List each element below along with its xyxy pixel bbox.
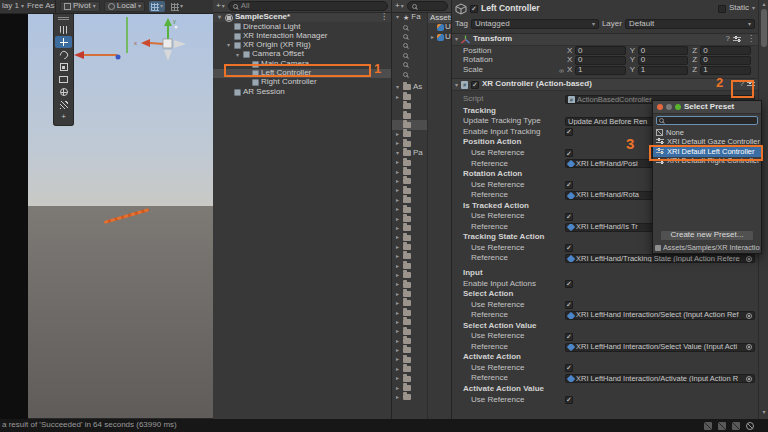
package-folder-item[interactable]: ▸ [392,261,427,270]
property-checkbox[interactable]: ✓ [565,213,573,221]
expand-arrow-icon[interactable]: ▸ [394,159,401,166]
reference-field[interactable]: XRI LeftHand Interaction/Select (Input A… [565,311,755,320]
aspect-selector[interactable]: Free As [27,2,55,11]
reference-field[interactable]: XRI LeftHand/Tracking State (Input Actio… [565,254,755,263]
expand-arrow-icon[interactable]: ▸ [394,206,401,213]
gameobject-name-field[interactable]: Left Controller [481,4,715,13]
rotate-tool-button[interactable] [55,49,72,61]
expand-arrow-icon[interactable]: ▸ [394,375,401,382]
package-folder-item[interactable]: ▸ [392,355,427,364]
position-z-field[interactable]: 0 [700,46,751,55]
asset-folder-item[interactable]: ▸ [392,92,427,101]
scale-y-field[interactable]: 1 [638,66,689,75]
package-folder-item[interactable]: ▸ [392,252,427,261]
console-error-icon[interactable] [732,422,740,430]
expand-arrow-icon[interactable]: ▸ [394,310,401,317]
rotation-y-field[interactable]: 0 [638,56,689,65]
move-tool-button[interactable] [55,36,72,48]
scene-view[interactable]: y x + [28,14,213,418]
console-warning-icon[interactable] [718,422,726,430]
hierarchy-item-samplescene[interactable]: ▾SampleScene*⋮ [213,13,391,22]
preset-icon[interactable] [747,81,755,89]
package-folder-item[interactable]: ▸ [392,336,427,345]
position-y-field[interactable]: 0 [638,46,689,55]
custom-tool-button[interactable] [55,99,72,111]
display-selector[interactable]: lay 1▾ [2,2,24,11]
scene-options-icon[interactable]: ⋮ [380,13,388,22]
expand-arrow-icon[interactable]: ▸ [394,272,401,279]
package-folder-item[interactable]: ▸ [392,214,427,223]
expand-arrow-icon[interactable]: ▸ [394,178,401,185]
property-checkbox[interactable]: ✓ [565,128,573,136]
package-folder-item[interactable]: ▸ [392,346,427,355]
expand-arrow-icon[interactable]: ▸ [394,291,401,298]
active-checkbox[interactable]: ✓ [470,5,478,13]
add-tool-button[interactable]: + [55,111,72,123]
expand-arrow-icon[interactable]: ▸ [394,187,401,194]
preset-item-xri-default-gaze-controller[interactable]: XRI Default Gaze Controller [653,138,761,148]
assets-folder[interactable]: ▾As [392,83,427,92]
scale-z-field[interactable]: 1 [700,66,751,75]
expand-arrow-icon[interactable]: ▸ [394,131,401,138]
property-checkbox[interactable]: ✓ [565,333,573,341]
xr-controller-component-header[interactable]: ▾ # ✓ XR Controller (Action-based) ? [452,78,758,91]
foldout-arrow-icon[interactable]: ▾ [455,36,458,43]
asset-folder-item[interactable] [392,120,427,129]
rect-tool-button[interactable] [55,74,72,86]
expand-arrow-icon[interactable]: ▸ [394,328,401,335]
project-create-button[interactable]: +▾ [395,2,404,11]
package-folder-item[interactable]: ▸ [392,158,427,167]
transform-component-header[interactable]: ▾ Transform ? ⋮ [452,33,758,46]
package-folder-item[interactable]: ▸ [392,280,427,289]
expand-arrow-icon[interactable]: ▸ [394,94,401,101]
expand-arrow-icon[interactable]: ▸ [394,244,401,251]
package-folder-item[interactable]: ▸ [392,233,427,242]
reference-field[interactable]: XRI LeftHand Interaction/Select Value (I… [565,343,755,352]
hierarchy-create-button[interactable]: +▾ [216,2,225,11]
object-picker-icon[interactable] [746,256,752,262]
package-folder-item[interactable]: ▸ [392,318,427,327]
package-folder-item[interactable]: ▸ [392,224,427,233]
expand-arrow-icon[interactable]: ▾ [394,14,401,21]
foldout-arrow-icon[interactable]: ▾ [455,82,458,89]
package-folder-item[interactable]: ▸ [392,186,427,195]
saved-search-item[interactable] [392,32,427,41]
create-new-preset-button[interactable]: Create new Preset... [660,230,754,241]
expand-arrow-icon[interactable]: ▸ [394,356,401,363]
preset-search-input[interactable] [656,116,758,125]
reference-field[interactable]: XRI LeftHand Interaction/Activate (Input… [565,374,755,383]
package-folder-item[interactable]: ▸ [392,289,427,298]
help-icon[interactable]: ? [726,35,730,44]
property-checkbox[interactable]: ✓ [565,301,573,309]
expand-arrow-icon[interactable]: ▾ [394,150,401,157]
static-dropdown-icon[interactable]: ▾ [752,5,755,12]
expand-arrow-icon[interactable]: ▸ [394,140,401,147]
expand-arrow-icon[interactable]: ▾ [394,84,401,91]
expand-arrow-icon[interactable]: ▸ [394,253,401,260]
hierarchy-search-input[interactable]: All [228,1,388,11]
package-folder-item[interactable]: ▸ [392,393,427,402]
pivot-toggle-button[interactable]: Pivot▾ [60,1,100,12]
package-folder-item[interactable]: ▸ [392,364,427,373]
rotation-z-field[interactable]: 0 [700,56,751,65]
help-icon[interactable]: ? [740,80,744,89]
expand-arrow-icon[interactable]: ▸ [394,385,401,392]
package-folder-item[interactable]: ▸ [392,195,427,204]
expand-arrow-icon[interactable]: ▸ [394,366,401,373]
expand-arrow-icon[interactable]: ▸ [429,34,436,41]
expand-arrow-icon[interactable]: ▸ [394,394,401,401]
maximize-icon[interactable] [675,104,681,110]
expand-arrow-icon[interactable]: ▾ [234,52,241,59]
rotation-x-field[interactable]: 0 [575,56,626,65]
expand-arrow-icon[interactable]: ▾ [216,14,223,21]
close-icon[interactable] [657,104,663,110]
expand-arrow-icon[interactable]: ▸ [394,234,401,241]
minimize-icon[interactable] [666,104,672,110]
package-folder-item[interactable]: ▸ [392,383,427,392]
scroll-up-icon[interactable]: ▴ [759,1,768,8]
asset-folder-item[interactable] [392,102,427,111]
saved-search-item[interactable] [392,22,427,31]
tag-dropdown[interactable]: Untagged▾ [471,19,599,29]
status-message[interactable]: a result of 'Succeeded' in 64 seconds (6… [0,421,177,430]
package-folder-item[interactable]: ▸ [392,308,427,317]
